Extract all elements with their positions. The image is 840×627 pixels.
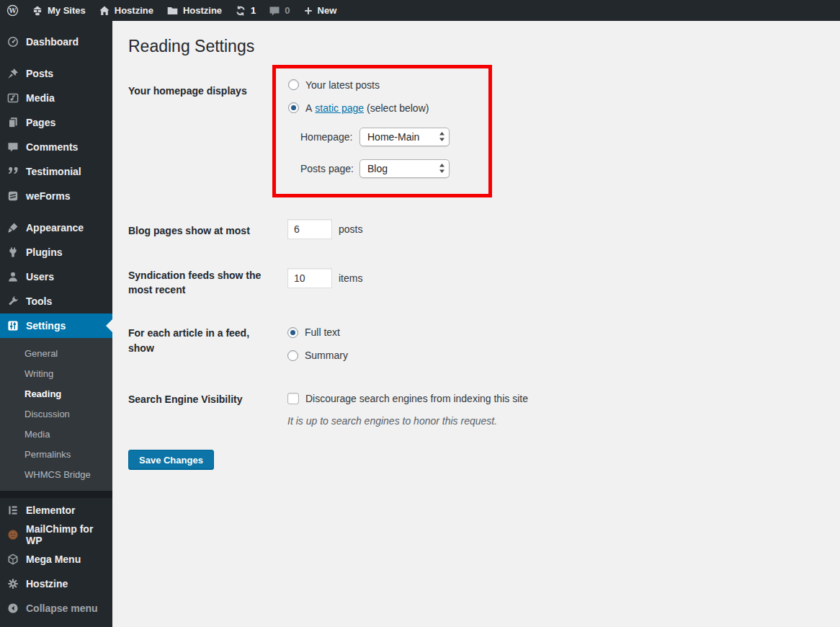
blog-pages-input[interactable]: [287, 219, 332, 239]
homepage-displays-row: Your homepage displays Your latest posts…: [128, 65, 824, 197]
network-sites-icon: [32, 5, 43, 17]
sidebar-item-testimonial[interactable]: Testimonial: [0, 159, 112, 184]
syndication-row: Syndication feeds show the most recent i…: [128, 268, 824, 298]
posts-page-select-row: Posts page: Blog: [300, 159, 481, 178]
new-content-button[interactable]: New: [297, 0, 344, 21]
submenu-item-media[interactable]: Media: [0, 424, 112, 445]
sidebar-item-pages[interactable]: Pages: [0, 110, 112, 135]
static-page-option[interactable]: A static page (select below): [288, 102, 481, 115]
sidebar-item-elementor[interactable]: Elementor: [0, 498, 112, 522]
user-icon: [7, 271, 19, 283]
homepage-select-value: Home-Main: [367, 131, 419, 143]
homepage-select-row: Homepage: Home-Main: [300, 128, 481, 146]
submenu-item-discussion[interactable]: Discussion: [0, 404, 112, 424]
comment-bubble-icon: [269, 5, 280, 17]
plus-icon: [303, 6, 313, 16]
admin-bar: W My Sites Hostzine Hostzine 1 0: [0, 0, 840, 21]
sidebar-item-media[interactable]: Media: [0, 86, 112, 110]
pages-icon: [7, 117, 19, 128]
site-home-button[interactable]: Hostzine: [92, 0, 160, 21]
static-page-link[interactable]: static page: [315, 102, 364, 114]
comments-button[interactable]: 0: [262, 0, 296, 21]
sidebar-item-appearance[interactable]: Appearance: [0, 215, 112, 240]
static-page-option-label: A static page (select below): [305, 102, 429, 114]
blog-pages-label: Blog pages show at most: [128, 219, 272, 238]
posts-page-select[interactable]: Blog: [359, 159, 450, 178]
my-sites-button[interactable]: My Sites: [25, 0, 92, 21]
posts-page-select-value: Blog: [367, 163, 388, 174]
blog-pages-row: Blog pages show at most posts: [128, 219, 824, 239]
page-title: Reading Settings: [128, 30, 824, 61]
comment-icon: [7, 141, 19, 153]
search-visibility-row: Search Engine Visibility Discourage sear…: [128, 392, 824, 427]
folder-icon: [166, 5, 179, 17]
dashboard-icon: [7, 36, 19, 48]
wordpress-logo-icon: W: [6, 4, 19, 17]
discourage-indexing-label: Discourage search engines from indexing …: [305, 393, 528, 404]
sidebar-item-dashboard[interactable]: Dashboard: [0, 30, 112, 54]
quote-icon: [7, 166, 19, 177]
submenu-item-general[interactable]: General: [0, 344, 112, 364]
submenu-item-reading[interactable]: Reading: [0, 384, 112, 404]
search-visibility-label: Search Engine Visibility: [128, 392, 272, 427]
syndication-label: Syndication feeds show the most recent: [128, 268, 272, 298]
sidebar-item-comments[interactable]: Comments: [0, 135, 112, 159]
menu-separator: [0, 491, 112, 498]
feed-content-label: For each article in a feed, show: [128, 326, 272, 362]
sidebar-item-settings[interactable]: Settings: [0, 314, 112, 338]
select-arrows-icon: [439, 131, 445, 142]
site-name-label: Hostzine: [115, 5, 153, 16]
submenu-item-writing[interactable]: Writing: [0, 364, 112, 384]
new-label: New: [318, 5, 337, 16]
discourage-indexing-option[interactable]: Discourage search engines from indexing …: [287, 392, 528, 405]
full-text-radio[interactable]: [287, 327, 298, 338]
summary-option[interactable]: Summary: [287, 349, 348, 362]
latest-posts-option-label: Your latest posts: [305, 79, 380, 91]
sidebar-item-megamenu[interactable]: Mega Menu: [0, 547, 112, 572]
collapse-menu-button[interactable]: Collapse menu: [0, 596, 112, 621]
sidebar-item-weforms[interactable]: weForms: [0, 184, 112, 208]
blog-pages-suffix: posts: [339, 223, 362, 235]
sidebar-item-hostzine[interactable]: Hostzine: [0, 572, 112, 596]
my-sites-label: My Sites: [48, 5, 86, 16]
syndication-input[interactable]: [287, 268, 332, 288]
posts-page-select-label: Posts page:: [300, 163, 359, 174]
summary-option-label: Summary: [305, 350, 348, 361]
collapse-arrow-icon: [7, 602, 19, 614]
svg-text:W: W: [8, 7, 17, 14]
wrench-icon: [7, 295, 19, 307]
mailchimp-icon: [7, 529, 19, 541]
static-page-radio[interactable]: [288, 102, 299, 113]
homepage-select-label: Homepage:: [300, 131, 359, 143]
updates-button[interactable]: 1: [228, 0, 262, 21]
update-icon: [235, 5, 246, 17]
search-visibility-note: It is up to search engines to honor this…: [287, 415, 528, 427]
latest-posts-radio[interactable]: [288, 79, 299, 90]
submenu-item-whmcs-bridge[interactable]: WHMCS Bridge: [0, 465, 112, 485]
select-arrows-icon: [439, 163, 445, 174]
weforms-icon: [7, 190, 19, 202]
elementor-icon: [7, 504, 19, 516]
network-site-label: Hostzine: [183, 5, 222, 16]
sidebar-item-mailchimp[interactable]: MailChimp for WP: [0, 522, 112, 547]
comment-count: 0: [285, 5, 290, 16]
submenu-item-permalinks[interactable]: Permalinks: [0, 445, 112, 465]
save-changes-button[interactable]: Save Changes: [128, 450, 214, 470]
latest-posts-option[interactable]: Your latest posts: [288, 79, 481, 92]
feed-content-row: For each article in a feed, show Full te…: [128, 326, 824, 362]
wordpress-menu-button[interactable]: W: [0, 0, 25, 21]
discourage-indexing-checkbox[interactable]: [287, 393, 299, 404]
sidebar-item-posts[interactable]: Posts: [0, 61, 112, 86]
submit-row: Save Changes: [128, 450, 824, 470]
summary-radio[interactable]: [287, 350, 298, 361]
full-text-option-label: Full text: [305, 326, 340, 338]
sidebar-item-plugins[interactable]: Plugins: [0, 240, 112, 264]
plugin-icon: [7, 246, 19, 258]
homepage-select[interactable]: Home-Main: [359, 128, 450, 146]
sidebar-item-users[interactable]: Users: [0, 264, 112, 289]
gear-icon: [7, 578, 19, 590]
network-site-button[interactable]: Hostzine: [160, 0, 228, 21]
sidebar-item-tools[interactable]: Tools: [0, 289, 112, 314]
syndication-suffix: items: [339, 272, 362, 284]
full-text-option[interactable]: Full text: [287, 326, 348, 339]
